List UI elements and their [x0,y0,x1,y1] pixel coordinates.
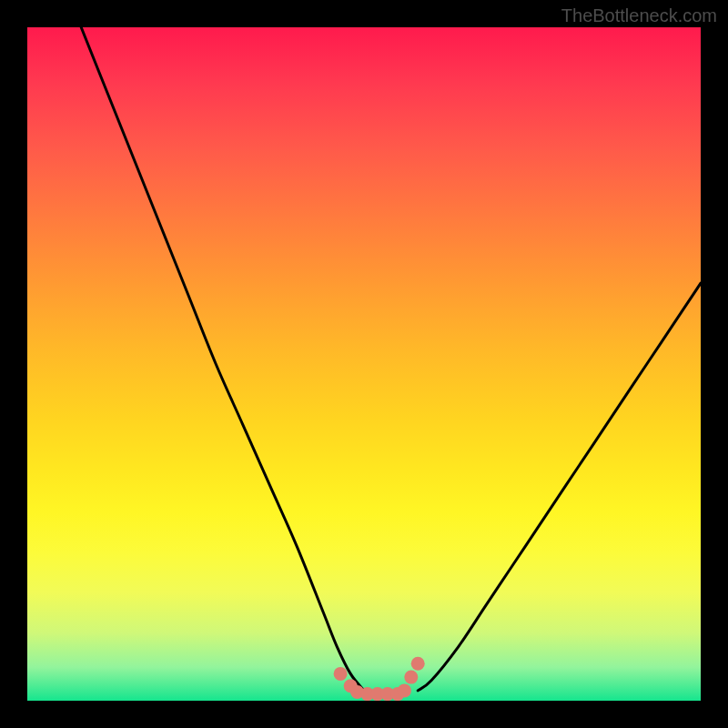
plot-area [27,27,701,701]
chart-frame: TheBottleneck.com [0,0,728,728]
floor-marker [334,667,348,681]
curves-layer [81,27,701,691]
curve-left-curve [81,27,364,691]
floor-marker [404,671,418,684]
chart-svg [27,27,701,701]
floor-marker [411,657,425,671]
floor-marker [398,683,411,697]
markers-layer [334,657,425,701]
watermark-text: TheBottleneck.com [561,5,717,26]
curve-right-curve [418,283,701,691]
